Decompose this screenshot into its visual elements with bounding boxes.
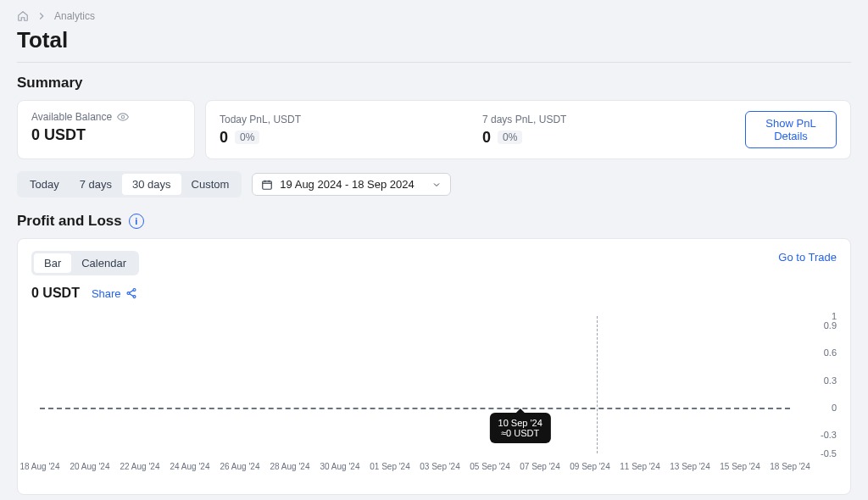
seven-day-pnl: 7 days PnL, USDT 0 0% <box>482 114 745 147</box>
range-tab-today[interactable]: Today <box>19 174 70 195</box>
x-tick: 24 Aug '24 <box>170 462 210 471</box>
today-pnl-value: 0 <box>220 129 228 147</box>
pnl-card: Today PnL, USDT 0 0% 7 days PnL, USDT 0 … <box>205 100 851 159</box>
seven-day-pnl-pct: 0% <box>498 131 522 144</box>
y-tick: 0.9 <box>824 320 837 331</box>
summary-row: Available Balance 0 USDT Today PnL, USDT… <box>17 100 851 159</box>
available-balance-label-text: Available Balance <box>31 111 112 123</box>
series-line <box>40 408 790 409</box>
chart-view-tabs: Bar Calendar <box>31 251 139 275</box>
today-pnl-pct: 0% <box>235 131 259 144</box>
x-tick: 09 Sep '24 <box>570 462 610 471</box>
x-tick: 28 Aug '24 <box>270 462 310 471</box>
profit-loss-card: Bar Calendar 0 USDT Share Go to Trade 10… <box>17 238 851 495</box>
svg-point-6 <box>127 292 130 295</box>
x-tick: 15 Sep '24 <box>720 462 760 471</box>
y-tick: 0 <box>832 403 837 413</box>
range-tabs: Today 7 days 30 days Custom <box>17 171 242 197</box>
share-icon <box>125 287 137 299</box>
range-tab-30days[interactable]: 30 days <box>122 174 181 195</box>
x-tick: 03 Sep '24 <box>420 462 460 471</box>
svg-line-8 <box>129 291 132 293</box>
tooltip-date: 10 Sep '24 <box>498 418 542 428</box>
svg-point-7 <box>133 296 136 298</box>
home-icon[interactable] <box>17 10 29 22</box>
calendar-icon <box>261 179 273 191</box>
x-tick: 01 Sep '24 <box>370 462 410 471</box>
chart-tooltip: 10 Sep '24≈0 USDT <box>490 413 551 443</box>
range-tab-7days[interactable]: 7 days <box>70 174 122 195</box>
chart-amount: 0 USDT <box>31 286 80 301</box>
x-tick: 11 Sep '24 <box>620 462 660 471</box>
x-tick: 20 Aug '24 <box>70 462 110 471</box>
chart-tab-calendar[interactable]: Calendar <box>71 253 136 273</box>
y-tick: 0.3 <box>824 375 837 386</box>
chevron-down-icon <box>431 180 442 190</box>
svg-line-9 <box>129 294 132 297</box>
date-range-picker[interactable]: 19 Aug 2024 - 18 Sep 2024 <box>252 173 451 196</box>
x-tick: 18 Sep '24 <box>770 462 810 471</box>
seven-day-pnl-label: 7 days PnL, USDT <box>482 114 745 125</box>
show-pnl-details-button[interactable]: Show PnL Details <box>745 111 837 148</box>
chart-tab-bar[interactable]: Bar <box>34 253 71 273</box>
divider <box>17 62 851 63</box>
page-title: Total <box>17 27 851 53</box>
summary-heading: Summary <box>17 75 851 92</box>
y-tick: -0.5 <box>821 448 837 458</box>
x-tick: 05 Sep '24 <box>470 462 510 471</box>
x-tick: 13 Sep '24 <box>670 462 710 471</box>
seven-day-pnl-value: 0 <box>482 129 491 147</box>
hover-crosshair <box>597 316 598 453</box>
x-tick: 26 Aug '24 <box>220 462 260 471</box>
y-tick: -0.3 <box>821 430 837 440</box>
range-tab-custom[interactable]: Custom <box>181 174 240 195</box>
controls-row: Today 7 days 30 days Custom 19 Aug 2024 … <box>17 171 851 197</box>
date-range-text: 19 Aug 2024 - 18 Sep 2024 <box>280 178 414 191</box>
x-tick: 18 Aug '24 <box>20 462 60 471</box>
available-balance-value: 0 USDT <box>31 126 181 144</box>
x-tick: 07 Sep '24 <box>520 462 560 471</box>
svg-rect-1 <box>263 181 272 188</box>
profit-loss-heading: Profit and Loss <box>17 213 122 230</box>
available-balance-label: Available Balance <box>31 111 181 123</box>
share-label: Share <box>92 287 121 300</box>
today-pnl: Today PnL, USDT 0 0% <box>220 114 482 147</box>
breadcrumb-current: Analytics <box>54 10 95 22</box>
profit-loss-heading-row: Profit and Loss i <box>17 213 851 230</box>
x-tick: 30 Aug '24 <box>320 462 360 471</box>
x-tick: 22 Aug '24 <box>120 462 160 471</box>
share-button[interactable]: Share <box>92 287 137 300</box>
svg-point-0 <box>121 115 125 119</box>
breadcrumb: Analytics <box>17 10 851 22</box>
today-pnl-label: Today PnL, USDT <box>220 114 482 125</box>
info-icon[interactable]: i <box>129 214 144 229</box>
go-to-trade-link[interactable]: Go to Trade <box>778 251 837 264</box>
tooltip-value: ≈0 USDT <box>498 428 542 438</box>
y-tick: 0.6 <box>824 347 837 358</box>
eye-icon[interactable] <box>117 111 129 123</box>
svg-point-5 <box>133 288 136 291</box>
available-balance-card: Available Balance 0 USDT <box>17 100 195 159</box>
chevron-right-icon <box>36 10 47 22</box>
pnl-chart[interactable]: 10 Sep '24≈0 USDT 10.90.60.30-0.3-0.5 18… <box>31 316 837 477</box>
